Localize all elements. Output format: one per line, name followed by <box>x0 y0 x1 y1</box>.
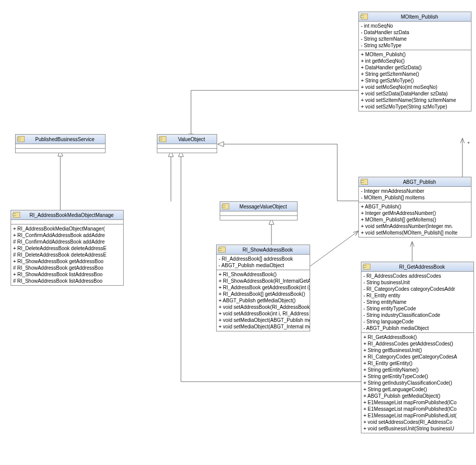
methods-section <box>220 216 297 220</box>
attributes-section <box>11 220 123 224</box>
class-title: ABGT_Publish <box>370 179 469 185</box>
svg-line-7 <box>310 231 358 266</box>
class-member: - String languageCode <box>361 318 473 325</box>
class-header: MOItem_Publish <box>359 12 471 22</box>
class-title: MOItem_Publish <box>370 14 469 20</box>
class-member: + E1MessageList mapFromPublished(ICo <box>361 406 473 412</box>
class-member: + RI_CategoryCodes getCategoryCodesA <box>361 354 473 360</box>
class-member: + RI_Entity getEntity() <box>361 360 473 367</box>
class-member: + String getBusinessUnit() <box>361 347 473 354</box>
class-member: + RI_AddressCodes getAddressCodes() <box>361 340 473 347</box>
class-member: - ABGT_Publish mediaObject <box>217 262 310 269</box>
class-member: + void setMoSeqNo(int moSeqNo) <box>359 84 471 90</box>
class-member: + RI_AddressBookMediaObjectManager( <box>11 225 123 232</box>
class-member: + ABGT_Publish() <box>359 203 471 210</box>
class-member: + RI_AddressBook[] getAddressBook() <box>217 291 310 297</box>
class-ri-addressbook-media-object-manager: RI_AddressBookMediaObjectManage + RI_Add… <box>11 210 124 286</box>
class-member: + void setMnAddressNumber(Integer mn. <box>359 223 471 229</box>
class-member: + ABGT_Publish getMediaObject() <box>361 393 473 399</box>
class-icon <box>219 247 226 253</box>
class-member: + void setSzData(DataHandler szData) <box>359 90 471 97</box>
class-member: + String getEntityTypeCode() <box>361 373 473 380</box>
methods-section <box>157 149 217 153</box>
class-header: PublishedBusinessService <box>16 135 105 144</box>
class-title: RI_AddressBookMediaObjectManage <box>22 212 121 218</box>
class-header: ValueObject <box>157 135 217 144</box>
class-member: - ABGT_Publish mediaObject <box>361 325 473 331</box>
class-header: RI_ShowAddressBook <box>217 245 310 255</box>
class-member: + void setAddressCodes(RI_AddressCo <box>361 419 473 425</box>
class-ri-show-addressbook: RI_ShowAddressBook - RI_AddressBook[] ad… <box>216 245 310 331</box>
class-published-business-service: PublishedBusinessService <box>15 134 106 153</box>
attributes-section: - RI_AddressCodes addressCodes - String … <box>361 272 473 333</box>
class-member: + RI_AddressBook getAddressBook(int i) <box>217 284 310 291</box>
class-icon <box>361 14 368 20</box>
class-member: + String getIndustryClassificationCode() <box>361 380 473 386</box>
class-member: + RI_ShowAddressBook(RI_InternalGetA <box>217 278 310 284</box>
class-member: - String entityName <box>361 299 473 305</box>
class-header: RI_GetAddressBook <box>361 262 473 272</box>
class-member: + void setAddressBook(int i, RI_Address <box>217 310 310 317</box>
class-member: - String businessUnit <box>361 279 473 286</box>
class-value-object: ValueObject <box>157 134 217 153</box>
class-member: + RI_ConfirmAddAddressBook addAddre <box>11 232 123 239</box>
class-title: RI_ShowAddressBook <box>228 247 308 253</box>
class-member: + E1MessageList mapFromPublished(ICo <box>361 399 473 406</box>
class-member: # RI_ShowAddressBook listAddressBoo <box>11 278 123 284</box>
methods-section <box>16 149 105 153</box>
class-ri-get-addressbook: RI_GetAddressBook - RI_AddressCodes addr… <box>361 262 474 433</box>
class-member: + MOItem_Publish() <box>359 51 471 58</box>
class-member: # RI_ShowAddressBook getAddressBoo <box>11 265 123 271</box>
class-member: - RI_Entity entity <box>361 292 473 299</box>
class-member: + MOItem_Publish[] getMoItems() <box>359 216 471 223</box>
class-member: - RI_CategoryCodes categoryCodesAddr <box>361 286 473 292</box>
class-member: + E1MessageList mapFromPublishedList( <box>361 412 473 419</box>
class-header: ABGT_Publish <box>359 177 471 187</box>
class-member: + void setMoItems(MOItem_Publish[] moIte <box>359 229 471 236</box>
class-member: - Integer mnAddressNumber <box>359 188 471 194</box>
methods-section: + RI_GetAddressBook() + RI_AddressCodes … <box>361 333 473 433</box>
class-member: + String getSzMoType() <box>359 77 471 84</box>
class-member: + RI_ShowAddressBook listAddressBoo <box>11 271 123 278</box>
class-icon <box>13 212 20 218</box>
class-member: + void setAddressBook(RI_AddressBook <box>217 304 310 310</box>
class-title: MessageValueObject <box>231 204 295 209</box>
class-member: + DataHandler getSzData() <box>359 64 471 71</box>
class-title: RI_GetAddressBook <box>372 264 471 270</box>
methods-section: + MOItem_Publish() + int getMoSeqNo() + … <box>359 50 471 111</box>
class-member: + int getMoSeqNo() <box>359 58 471 64</box>
class-header: RI_AddressBookMediaObjectManage <box>11 210 123 220</box>
class-member: - RI_AddressCodes addressCodes <box>361 273 473 279</box>
class-member: - String szMoType <box>359 42 471 49</box>
class-abgt-publish: ABGT_Publish - Integer mnAddressNumber -… <box>358 177 471 238</box>
methods-section: + RI_ShowAddressBook() + RI_ShowAddressB… <box>217 270 310 331</box>
class-member: # RI_DeleteAddressBook deleteAddressE <box>11 252 123 258</box>
class-member: - int moSeqNo <box>359 23 471 29</box>
class-title: PublishedBusinessService <box>27 137 103 142</box>
class-member: + String getEntityName() <box>361 367 473 373</box>
class-member: + void setMediaObject(ABGT_Publish me <box>217 317 310 323</box>
class-moitem-publish: MOItem_Publish - int moSeqNo - DataHandl… <box>358 12 471 111</box>
attributes-section <box>16 144 105 149</box>
class-member: + RI_DeleteAddressBook deleteAddressE <box>11 245 123 252</box>
class-member: # RI_ConfirmAddAddressBook addAddre <box>11 239 123 245</box>
class-member: + ABGT_Publish getMediaObject() <box>217 297 310 304</box>
class-icon <box>222 203 229 209</box>
class-icon <box>159 136 166 142</box>
class-member: - String szItemName <box>359 36 471 42</box>
class-message-value-object: MessageValueObject <box>220 201 298 220</box>
multiplicity-label: * <box>467 141 470 147</box>
class-member: + void setSzItemName(String szItemName <box>359 97 471 103</box>
class-icon <box>18 136 25 142</box>
class-title: ValueObject <box>168 137 215 142</box>
methods-section: + ABGT_Publish() + Integer getMnAddressN… <box>359 202 471 237</box>
class-header: MessageValueObject <box>220 202 297 211</box>
class-member: + Integer getMnAddressNumber() <box>359 210 471 216</box>
class-member: - RI_AddressBook[] addressBook <box>217 256 310 262</box>
attributes-section: - Integer mnAddressNumber - MOItem_Publi… <box>359 187 471 202</box>
class-member: + RI_ShowAddressBook() <box>217 271 310 278</box>
class-member: - String industryClassificationCode <box>361 312 473 318</box>
attributes-section <box>220 211 297 216</box>
class-member: + void setSzMoType(String szMoType) <box>359 103 471 110</box>
attributes-section <box>157 144 217 149</box>
